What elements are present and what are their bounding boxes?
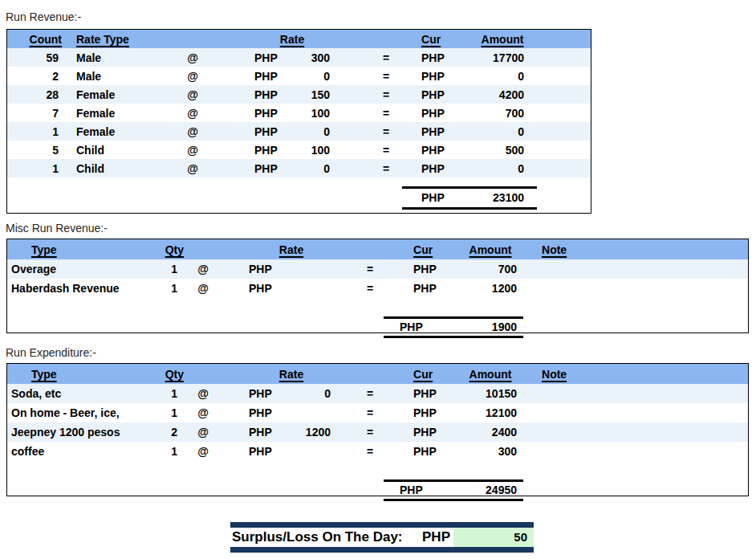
type-cell: coffee xyxy=(7,442,140,461)
equals-symbol: = xyxy=(370,159,402,177)
rate-type-cell: Female xyxy=(65,122,173,141)
equals-symbol: = xyxy=(370,85,402,104)
count-cell: 2 xyxy=(7,67,65,85)
run-expenditure-table: Type Qty Rate Cur Amount Note Soda, etc … xyxy=(6,363,749,496)
currency-cell: PHP xyxy=(384,384,457,403)
rate-currency-cell: PHP xyxy=(250,48,291,67)
amount-cell: 700 xyxy=(457,259,523,279)
equals-symbol: = xyxy=(356,279,384,298)
column-header-rate: Rate xyxy=(249,239,334,259)
rate-currency-cell: PHP xyxy=(249,403,289,422)
total-amount-cell: 1900 xyxy=(457,317,523,337)
count-cell: 1 xyxy=(7,122,65,141)
at-symbol: @ xyxy=(184,403,222,422)
rate-cell: 1200 xyxy=(289,422,334,442)
rate-cell: 100 xyxy=(291,141,335,159)
column-header-cur: Cur xyxy=(402,30,468,48)
currency-cell: PHP xyxy=(402,48,468,67)
rate-cell: 100 xyxy=(291,104,335,122)
surplus-summary: Surplus/Loss On The Day: PHP 50 xyxy=(230,522,534,553)
table-row: Overage 1 @ PHP = PHP 700 xyxy=(7,259,748,279)
table-row: Jeepney 1200 pesos 2 @ PHP 1200 = PHP 24… xyxy=(7,422,748,442)
count-cell: 7 xyxy=(7,104,65,122)
spreadsheet-view: Run Revenue:- Count Rate Type Rate Cur A xyxy=(0,0,756,559)
qty-cell: 2 xyxy=(140,422,184,442)
currency-cell: PHP xyxy=(384,422,457,442)
column-header-amount: Amount xyxy=(457,364,523,384)
currency-cell: PHP xyxy=(384,403,457,422)
equals-symbol: = xyxy=(370,122,402,141)
at-symbol: @ xyxy=(184,279,222,298)
table-row: 1 Child @ PHP 0 = PHP 0 xyxy=(7,159,591,177)
equals-symbol: = xyxy=(370,104,402,122)
column-header-note: Note xyxy=(523,239,612,259)
rate-currency-cell: PHP xyxy=(249,384,289,403)
total-amount-cell: 23100 xyxy=(468,187,537,208)
column-header-qty: Qty xyxy=(140,364,184,384)
column-header-type: Type xyxy=(7,239,140,259)
summary-bottom-bar xyxy=(230,547,534,553)
amount-cell: 700 xyxy=(468,104,537,122)
at-symbol: @ xyxy=(184,422,222,442)
at-symbol: @ xyxy=(173,48,213,67)
type-cell: Jeepney 1200 pesos xyxy=(7,422,140,442)
amount-cell: 17700 xyxy=(468,48,537,67)
rate-cell: 150 xyxy=(291,85,335,104)
header-row: Type Qty Rate Cur Amount Note xyxy=(7,239,748,259)
equals-symbol: = xyxy=(356,259,384,279)
at-symbol: @ xyxy=(184,259,222,279)
column-header-rate-type: Rate Type xyxy=(65,30,173,48)
column-header-rate: Rate xyxy=(250,30,335,48)
currency-cell: PHP xyxy=(402,67,468,85)
section-title-run-revenue: Run Revenue:- xyxy=(6,10,81,23)
rate-cell: 0 xyxy=(291,67,335,85)
column-header-qty: Qty xyxy=(140,239,184,259)
at-symbol: @ xyxy=(184,384,222,403)
rate-cell: 300 xyxy=(291,48,335,67)
total-currency-cell: PHP xyxy=(402,187,468,208)
rate-currency-cell: PHP xyxy=(250,141,291,159)
table-row: Haberdash Revenue 1 @ PHP = PHP 1200 xyxy=(7,279,748,298)
rate-currency-cell: PHP xyxy=(249,259,289,279)
rate-cell xyxy=(289,259,334,279)
column-header-note: Note xyxy=(523,364,612,384)
amount-cell: 2400 xyxy=(457,422,523,442)
currency-cell: PHP xyxy=(402,141,468,159)
equals-symbol: = xyxy=(370,67,402,85)
rate-currency-cell: PHP xyxy=(250,67,291,85)
at-symbol: @ xyxy=(173,104,213,122)
rate-type-cell: Child xyxy=(65,159,173,177)
equals-symbol: = xyxy=(370,48,402,67)
column-header-rate: Rate xyxy=(249,364,334,384)
rate-cell xyxy=(289,442,334,461)
total-amount-cell: 24950 xyxy=(457,480,523,500)
column-header-count: Count xyxy=(7,30,65,48)
at-symbol: @ xyxy=(173,159,213,177)
rate-currency-cell: PHP xyxy=(249,442,289,461)
amount-cell: 10150 xyxy=(457,384,523,403)
table-row: 5 Child @ PHP 100 = PHP 500 xyxy=(7,141,591,159)
table-row: 1 Female @ PHP 0 = PHP 0 xyxy=(7,122,591,141)
equals-symbol: = xyxy=(370,141,402,159)
qty-cell: 1 xyxy=(140,384,184,403)
equals-symbol: = xyxy=(356,403,384,422)
currency-cell: PHP xyxy=(384,259,457,279)
amount-cell: 0 xyxy=(468,159,537,177)
amount-cell: 0 xyxy=(468,122,537,141)
count-cell: 28 xyxy=(7,85,65,104)
column-header-amount: Amount xyxy=(468,30,537,48)
table-row: 7 Female @ PHP 100 = PHP 700 xyxy=(7,104,591,122)
table-row: 2 Male @ PHP 0 = PHP 0 xyxy=(7,67,591,85)
rate-cell xyxy=(289,279,334,298)
at-symbol: @ xyxy=(173,141,213,159)
spacer-row xyxy=(7,461,748,480)
section-title-run-expenditure: Run Expenditure:- xyxy=(6,346,96,359)
rate-cell: 0 xyxy=(289,384,334,403)
summary-value-cell[interactable]: 50 xyxy=(453,528,534,547)
total-currency-cell: PHP xyxy=(384,317,457,337)
equals-symbol: = xyxy=(356,384,384,403)
type-cell: Overage xyxy=(7,259,140,279)
amount-cell: 0 xyxy=(468,67,537,85)
rate-currency-cell: PHP xyxy=(250,85,291,104)
total-currency-cell: PHP xyxy=(384,480,457,500)
